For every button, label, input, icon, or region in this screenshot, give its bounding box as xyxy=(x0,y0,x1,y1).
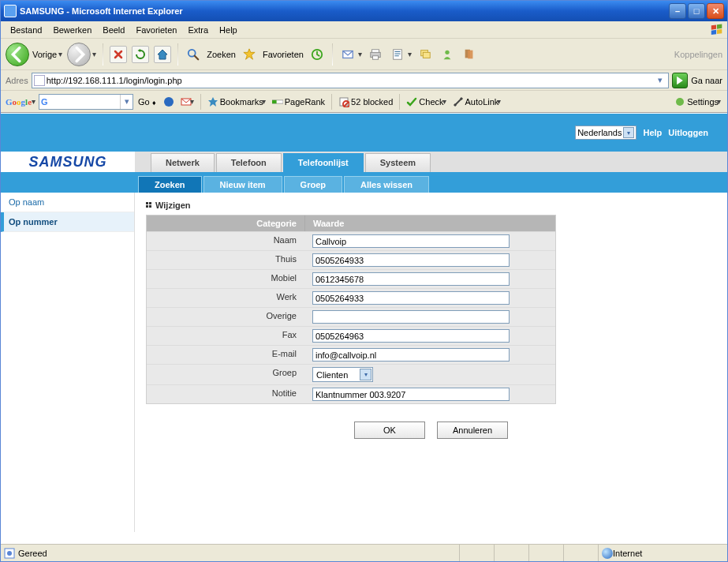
google-bookmarks-button[interactable]: Bookmarks▾ xyxy=(206,96,267,107)
input-naam[interactable] xyxy=(312,234,510,248)
stop-button[interactable] xyxy=(110,46,127,63)
app-header: Nederlands ▾ Help Uitloggen xyxy=(1,114,727,152)
status-text: Gereed xyxy=(18,549,47,558)
address-dropdown-icon[interactable]: ▾ xyxy=(654,75,666,85)
google-mail-icon[interactable]: ▾ xyxy=(179,96,196,107)
svg-point-24 xyxy=(676,98,684,106)
go-button[interactable] xyxy=(672,73,688,88)
discuss-button[interactable] xyxy=(416,46,434,63)
minimize-button[interactable]: – xyxy=(669,3,686,19)
help-link[interactable]: Help xyxy=(643,128,662,137)
svg-rect-26 xyxy=(149,202,151,204)
google-popup-blocker-button[interactable]: 52 blocked xyxy=(337,96,394,107)
research-button[interactable] xyxy=(461,46,478,63)
subtab-nieuw-item[interactable]: Nieuw item xyxy=(203,176,282,193)
subtab-alles-wissen[interactable]: Alles wissen xyxy=(344,176,429,193)
sub-tab-row: Zoeken Nieuw item Groep Alles wissen xyxy=(1,172,727,193)
menu-bestand[interactable]: Bestand xyxy=(6,24,47,36)
label-werk: Werk xyxy=(147,289,304,307)
history-button[interactable] xyxy=(308,46,326,63)
input-mobiel[interactable] xyxy=(312,272,510,286)
window-title: SAMSUNG - Microsoft Internet Explorer xyxy=(20,6,183,16)
print-button[interactable] xyxy=(367,46,384,63)
edit-button[interactable] xyxy=(389,46,406,63)
svg-point-14 xyxy=(445,50,449,54)
row-email: E-mail xyxy=(147,345,555,364)
chevron-down-icon: ▾ xyxy=(623,127,634,138)
section-header: Wijzigen xyxy=(146,200,716,210)
page-icon xyxy=(34,75,45,86)
input-email[interactable] xyxy=(312,348,510,362)
logout-link[interactable]: Uitloggen xyxy=(668,128,708,137)
google-autolink-button[interactable]: AutoLink▾ xyxy=(451,96,503,107)
google-go-button[interactable]: Go ⬧ xyxy=(136,97,159,107)
window: SAMSUNG - Microsoft Internet Explorer – … xyxy=(0,0,728,562)
edit-dropdown[interactable]: ▾ xyxy=(408,50,412,58)
mail-button[interactable] xyxy=(339,46,357,63)
cancel-button[interactable]: Annuleren xyxy=(437,422,508,439)
sidemenu-op-nummer[interactable]: Op nummer xyxy=(1,212,134,232)
input-fax[interactable] xyxy=(312,329,510,343)
koppelingen-label[interactable]: Koppelingen xyxy=(674,50,722,59)
chevron-down-icon: ▾ xyxy=(360,369,371,380)
svg-rect-13 xyxy=(423,52,430,58)
messenger-button[interactable] xyxy=(439,46,456,63)
forward-dropdown[interactable]: ▾ xyxy=(92,50,96,58)
menu-beeld[interactable]: Beeld xyxy=(98,24,129,36)
tab-netwerk[interactable]: Netwerk xyxy=(151,153,215,172)
back-button[interactable] xyxy=(6,43,29,66)
row-overige: Overige xyxy=(147,307,555,326)
input-overige[interactable] xyxy=(312,310,510,324)
subtab-groep[interactable]: Groep xyxy=(284,176,342,193)
close-button[interactable]: ✕ xyxy=(707,3,724,19)
action-row: OK Annuleren xyxy=(146,422,716,439)
google-brand-dropdown[interactable]: ▾ xyxy=(32,97,35,106)
subtab-zoeken[interactable]: Zoeken xyxy=(138,176,202,193)
svg-rect-16 xyxy=(468,50,472,58)
row-fax: Fax xyxy=(147,326,555,345)
ok-button[interactable]: OK xyxy=(354,422,425,439)
menu-bewerken[interactable]: Bewerken xyxy=(48,24,96,36)
home-button[interactable] xyxy=(154,46,171,63)
address-input[interactable]: http://192.168.111.1/login/login.php ▾ xyxy=(32,73,670,88)
svg-rect-0 xyxy=(711,24,716,29)
row-naam: Naam xyxy=(147,231,555,250)
svg-rect-10 xyxy=(372,55,378,58)
menu-help[interactable]: Help xyxy=(215,24,242,36)
svg-rect-3 xyxy=(717,29,722,34)
language-selector[interactable]: Nederlands ▾ xyxy=(575,126,637,140)
mail-dropdown[interactable]: ▾ xyxy=(358,50,362,58)
google-check-button[interactable]: Check▾ xyxy=(405,96,447,107)
row-werk: Werk xyxy=(147,288,555,307)
google-search-input[interactable]: G▾ xyxy=(39,94,133,110)
zone-text: Internet xyxy=(613,549,642,558)
tab-systeem[interactable]: Systeem xyxy=(365,153,431,172)
menu-favorieten[interactable]: Favorieten xyxy=(131,24,181,36)
label-naam: Naam xyxy=(147,232,304,250)
search-button[interactable] xyxy=(185,46,202,63)
back-label: Vorige xyxy=(32,50,57,59)
google-settings-button[interactable]: Settings▾ xyxy=(673,96,722,107)
main-pane: Wijzigen Categorie Waarde Naam Thuis xyxy=(135,193,727,532)
back-dropdown[interactable]: ▾ xyxy=(58,50,62,58)
input-notitie[interactable] xyxy=(312,388,510,401)
row-thuis: Thuis xyxy=(147,250,555,269)
maximize-button[interactable]: □ xyxy=(688,3,705,19)
favorites-button[interactable] xyxy=(241,46,258,63)
select-groep[interactable]: Clienten ▾ xyxy=(312,367,373,382)
favorites-label: Favorieten xyxy=(263,50,304,59)
svg-rect-11 xyxy=(394,49,402,58)
input-thuis[interactable] xyxy=(312,253,510,267)
google-pagerank-button[interactable]: PageRank xyxy=(271,96,327,107)
svg-rect-1 xyxy=(717,24,722,28)
forward-button[interactable] xyxy=(67,43,91,66)
tab-telefoonlijst[interactable]: Telefoonlijst xyxy=(283,153,364,172)
menu-bar: Bestand Bewerken Beeld Favorieten Extra … xyxy=(1,21,727,39)
input-werk[interactable] xyxy=(312,291,510,305)
sidemenu-op-naam[interactable]: Op naam xyxy=(1,193,134,212)
google-search-web-icon[interactable] xyxy=(162,96,176,107)
menu-extra[interactable]: Extra xyxy=(183,24,213,36)
samsung-logo: SAMSUNG xyxy=(28,154,106,170)
tab-telefoon[interactable]: Telefoon xyxy=(216,153,282,172)
refresh-button[interactable] xyxy=(132,46,149,63)
